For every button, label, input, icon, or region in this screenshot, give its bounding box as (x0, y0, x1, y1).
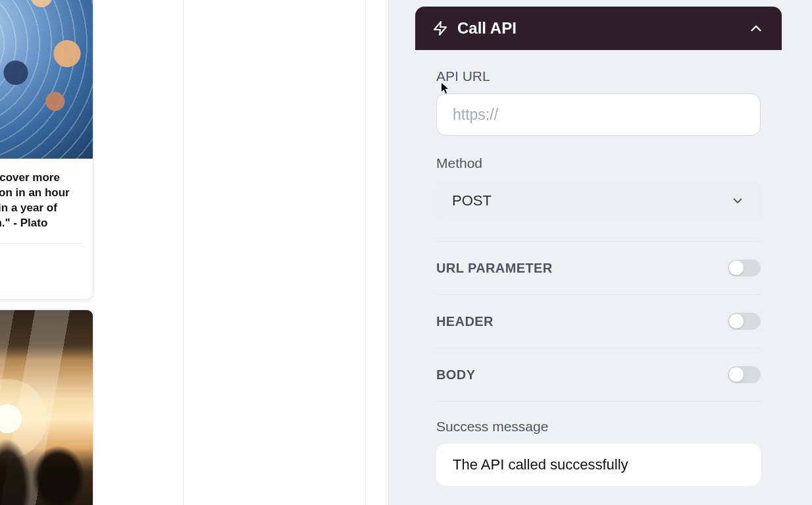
body-row: BODY (436, 348, 761, 401)
method-value: POST (452, 192, 492, 209)
url-parameter-label: URL PARAMETER (436, 261, 553, 276)
card-divider (0, 243, 82, 244)
header-row: HEADER (436, 295, 761, 348)
svg-marker-0 (434, 22, 446, 35)
left-cards-column: "You can discover more about a person in… (0, 0, 97, 505)
card-image (0, 310, 93, 505)
section-divider (436, 401, 761, 402)
method-select[interactable]: POST (436, 180, 761, 221)
api-url-input[interactable] (436, 93, 761, 136)
success-message-input[interactable] (436, 444, 761, 486)
panel-title: Call API (457, 19, 517, 38)
quote-card[interactable]: "You can discover more about a person in… (0, 0, 93, 300)
chevron-up-icon[interactable] (748, 20, 765, 37)
chevron-down-icon (730, 194, 745, 208)
body-toggle[interactable] (728, 366, 761, 383)
config-pane: Call API API URL Method POST URL PA (388, 0, 812, 505)
lightning-icon (432, 20, 448, 36)
api-url-label: API URL (436, 68, 761, 84)
card-image (0, 0, 93, 159)
canvas-column (183, 0, 366, 505)
panel-header[interactable]: Call API (415, 7, 782, 50)
header-toggle[interactable] (728, 313, 761, 330)
url-parameter-row: URL PARAMETER (436, 242, 761, 294)
image-card[interactable] (0, 309, 93, 505)
header-label: HEADER (436, 314, 494, 329)
panel-body: API URL Method POST URL PARAMETER HEADER (415, 50, 782, 502)
method-label: Method (436, 155, 761, 171)
quote-text: "You can discover more about a person in… (0, 159, 93, 231)
body-label: BODY (436, 367, 475, 383)
call-api-panel: Call API API URL Method POST URL PA (415, 7, 782, 502)
success-message-label: Success message (436, 419, 761, 435)
url-parameter-toggle[interactable] (728, 259, 761, 277)
